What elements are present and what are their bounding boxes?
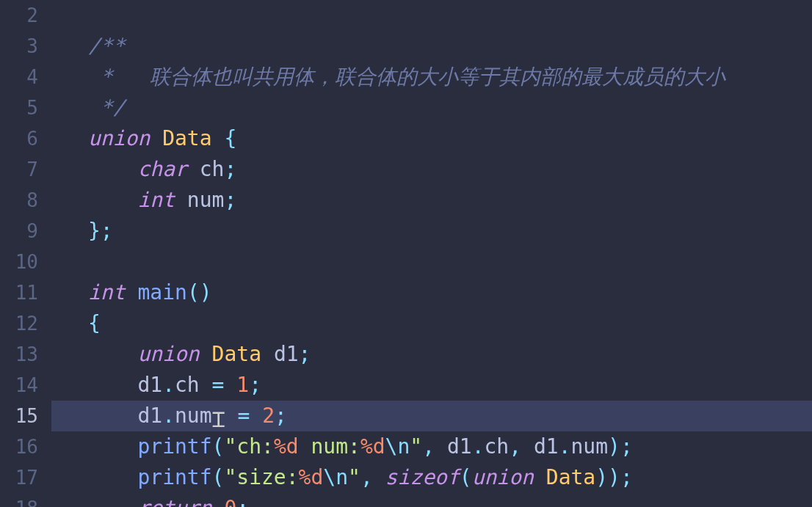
escape-sequence: \n [323,465,348,489]
semicolon: ; [101,219,113,243]
identifier: ch [187,157,225,181]
text-cursor-icon: Ꮖ [212,405,225,436]
code-line-active[interactable]: d1.numᏆ = 2; [51,401,812,431]
identifier: d1 [274,342,299,366]
function-call: printf [88,465,212,489]
paren-close: ) [608,434,620,459]
code-line[interactable]: char ch; [51,154,812,185]
format-specifier: %d [360,434,385,459]
semicolon: ; [249,373,261,397]
semicolon: ; [224,188,236,212]
doc-comment-open: /** [88,34,126,58]
code-line[interactable]: }; [51,216,812,247]
code-line[interactable]: /** [51,31,812,62]
string-quote: " [348,465,360,489]
code-line[interactable]: printf("ch:%d num:%d\n", d1.ch, d1.num); [51,431,812,462]
code-line[interactable]: * 联合体也叫共用体，联合体的大小等于其内部的最大成员的大小 [51,62,812,92]
format-specifier: %d [274,434,299,459]
member: ch [484,434,509,459]
brace-open: { [224,126,236,150]
line-number: 9 [0,216,51,247]
keyword-int: int [88,280,126,304]
semicolon: ; [236,496,249,507]
string-literal: num: [299,434,360,459]
line-number-gutter: 2 3 4 5 6 7 8 9 10 11 12 13 14 15 16 17 … [0,0,51,507]
string-quote: " [410,434,422,459]
comma: , [509,434,521,459]
semicolon: ; [275,404,287,428]
identifier: d1 [521,434,559,459]
equals-operator: = [237,404,250,428]
string-literal: ch: [236,434,274,459]
code-line[interactable] [51,0,812,31]
format-specifier: %d [299,465,324,489]
keyword-char: char [88,157,187,181]
string-quote: " [224,434,236,459]
paren-open: ( [212,465,225,489]
member: num [175,404,212,428]
line-number: 14 [0,370,51,401]
brace-close: } [88,219,101,243]
code-line[interactable]: int main() [51,277,812,308]
semicolon: ; [620,434,633,459]
paren-close: )) [595,465,620,489]
member: ch [175,373,212,397]
paren-open: ( [460,465,472,489]
code-line[interactable] [51,247,812,277]
doc-comment-close: */ [88,95,126,120]
keyword-union: union [88,126,150,150]
keyword-union: union [472,465,534,489]
code-line[interactable]: union Data { [51,123,812,154]
dot-operator: . [472,434,485,459]
line-number: 3 [0,31,51,62]
line-number: 17 [0,462,51,493]
type-name: Data [534,465,595,489]
code-content[interactable]: /** * 联合体也叫共用体，联合体的大小等于其内部的最大成员的大小 */ un… [51,0,812,507]
paren-open: ( [212,434,225,459]
code-line[interactable]: d1.ch = 1; [51,370,812,401]
semicolon: ; [299,342,311,366]
dot-operator: . [162,404,175,428]
type-name: Data [150,126,224,150]
code-line[interactable]: { [51,308,812,339]
parentheses: () [187,280,212,304]
comma: , [360,465,373,489]
line-number: 18 [0,493,51,507]
identifier: d1 [435,434,472,459]
keyword-sizeof: sizeof [385,465,460,489]
keyword-union: union [88,342,200,366]
keyword-int: int [88,188,175,212]
line-number: 7 [0,154,51,185]
code-line[interactable]: printf("size:%d\n", sizeof(union Data)); [51,462,812,493]
dot-operator: . [559,434,571,459]
line-number: 13 [0,339,51,370]
type-name: Data [200,342,274,366]
line-number: 10 [0,247,51,277]
dot-operator: . [162,373,175,397]
semicolon: ; [224,157,236,181]
line-number: 16 [0,431,51,462]
keyword-return: return [88,496,212,507]
number-literal: 2 [262,404,275,428]
line-number: 15 [0,401,51,431]
code-editor[interactable]: 2 3 4 5 6 7 8 9 10 11 12 13 14 15 16 17 … [0,0,812,507]
line-number: 5 [0,92,51,123]
line-number: 8 [0,185,51,216]
code-line[interactable]: int num; [51,185,812,216]
string-quote: " [224,465,236,489]
code-line[interactable]: union Data d1; [51,339,812,370]
function-call: printf [88,434,212,459]
function-name: main [126,280,187,304]
string-literal: size: [236,465,298,489]
line-number: 12 [0,308,51,339]
identifier: d1 [88,373,162,397]
code-line[interactable]: */ [51,92,812,123]
semicolon: ; [620,465,633,489]
code-line[interactable]: return 0; [51,493,812,507]
member: num [571,434,609,459]
identifier: num [175,188,224,212]
line-number: 11 [0,277,51,308]
doc-comment-text: 联合体也叫共用体，联合体的大小等于其内部的最大成员的大小 [150,65,725,89]
doc-comment-star: * [88,65,150,89]
identifier: d1 [88,404,162,428]
